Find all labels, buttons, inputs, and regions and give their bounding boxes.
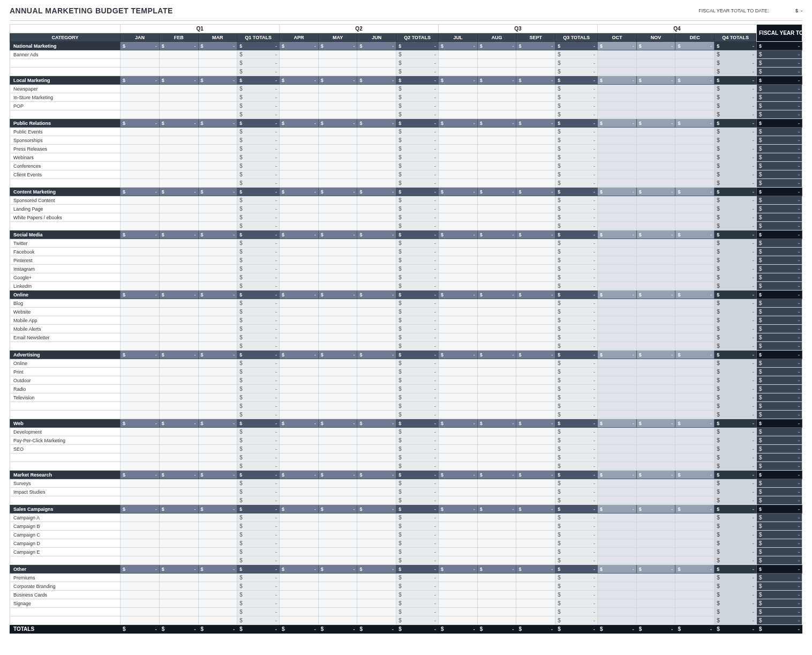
value-cell[interactable]: $-: [396, 170, 439, 179]
value-cell[interactable]: [318, 93, 357, 102]
value-cell[interactable]: [280, 436, 319, 445]
value-cell[interactable]: [477, 145, 516, 153]
value-cell[interactable]: $-: [715, 411, 757, 419]
value-cell[interactable]: [357, 479, 396, 488]
value-cell[interactable]: [598, 368, 637, 376]
value-cell[interactable]: [357, 102, 396, 110]
value-cell[interactable]: [318, 462, 357, 471]
value-cell[interactable]: [636, 522, 675, 531]
value-cell[interactable]: [636, 162, 675, 170]
value-cell[interactable]: [280, 445, 319, 453]
value-cell[interactable]: [598, 531, 637, 539]
value-cell[interactable]: [516, 59, 555, 68]
value-cell[interactable]: $-: [715, 471, 757, 479]
value-cell[interactable]: $-: [396, 539, 439, 548]
value-cell[interactable]: [516, 110, 555, 119]
value-cell[interactable]: $-: [757, 453, 802, 462]
value-cell[interactable]: [675, 308, 715, 316]
value-cell[interactable]: [357, 333, 396, 342]
value-cell[interactable]: [357, 402, 396, 411]
value-cell[interactable]: $-: [198, 419, 237, 428]
value-cell[interactable]: [598, 608, 637, 616]
value-cell[interactable]: [318, 256, 357, 265]
value-cell[interactable]: [121, 445, 160, 453]
value-cell[interactable]: $-: [555, 531, 598, 539]
value-cell[interactable]: [516, 102, 555, 110]
value-cell[interactable]: [675, 110, 715, 119]
value-cell[interactable]: $-: [715, 308, 757, 316]
value-cell[interactable]: [516, 196, 555, 205]
value-cell[interactable]: [159, 582, 198, 591]
value-cell[interactable]: [121, 170, 160, 179]
value-cell[interactable]: $-: [237, 556, 280, 565]
value-cell[interactable]: $-: [121, 351, 160, 359]
value-cell[interactable]: [280, 213, 319, 222]
value-cell[interactable]: $-: [757, 428, 802, 436]
value-cell[interactable]: [280, 110, 319, 119]
value-cell[interactable]: [598, 402, 637, 411]
value-cell[interactable]: [280, 548, 319, 556]
value-cell[interactable]: $-: [598, 119, 637, 128]
value-cell[interactable]: [636, 68, 675, 76]
value-cell[interactable]: [516, 513, 555, 522]
value-cell[interactable]: $-: [396, 548, 439, 556]
value-cell[interactable]: $-: [396, 522, 439, 531]
value-cell[interactable]: [318, 453, 357, 462]
value-cell[interactable]: [357, 68, 396, 76]
value-cell[interactable]: $-: [757, 50, 802, 59]
value-cell[interactable]: [121, 308, 160, 316]
value-cell[interactable]: $-: [555, 153, 598, 162]
value-cell[interactable]: [675, 179, 715, 188]
value-cell[interactable]: [198, 179, 237, 188]
value-cell[interactable]: $-: [715, 436, 757, 445]
value-cell[interactable]: [357, 316, 396, 325]
value-cell[interactable]: [198, 93, 237, 102]
value-cell[interactable]: $-: [516, 471, 555, 479]
value-cell[interactable]: $-: [598, 625, 637, 634]
value-cell[interactable]: $-: [237, 196, 280, 205]
value-cell[interactable]: [121, 488, 160, 496]
value-cell[interactable]: $-: [237, 351, 280, 359]
value-cell[interactable]: $-: [715, 419, 757, 428]
value-cell[interactable]: $-: [598, 188, 637, 196]
value-cell[interactable]: $-: [237, 359, 280, 368]
value-cell[interactable]: [477, 428, 516, 436]
value-cell[interactable]: [159, 282, 198, 291]
value-cell[interactable]: [198, 213, 237, 222]
value-cell[interactable]: [159, 256, 198, 265]
value-cell[interactable]: $-: [357, 119, 396, 128]
value-cell[interactable]: [675, 479, 715, 488]
value-cell[interactable]: [598, 436, 637, 445]
value-cell[interactable]: [516, 368, 555, 376]
value-cell[interactable]: $-: [675, 230, 715, 239]
value-cell[interactable]: [121, 102, 160, 110]
value-cell[interactable]: [280, 574, 319, 582]
value-cell[interactable]: [198, 488, 237, 496]
value-cell[interactable]: [598, 428, 637, 436]
value-cell[interactable]: $-: [598, 419, 637, 428]
value-cell[interactable]: [636, 239, 675, 248]
value-cell[interactable]: [636, 110, 675, 119]
value-cell[interactable]: $-: [237, 539, 280, 548]
value-cell[interactable]: $-: [555, 385, 598, 393]
value-cell[interactable]: $-: [715, 196, 757, 205]
value-cell[interactable]: $-: [555, 479, 598, 488]
value-cell[interactable]: [357, 436, 396, 445]
value-cell[interactable]: [357, 273, 396, 282]
value-cell[interactable]: $-: [715, 145, 757, 153]
value-cell[interactable]: $-: [757, 76, 802, 85]
value-cell[interactable]: [636, 59, 675, 68]
value-cell[interactable]: $-: [318, 119, 357, 128]
value-cell[interactable]: [198, 591, 237, 599]
value-cell[interactable]: [636, 265, 675, 273]
value-cell[interactable]: [675, 213, 715, 222]
value-cell[interactable]: [516, 479, 555, 488]
value-cell[interactable]: [318, 531, 357, 539]
value-cell[interactable]: [598, 170, 637, 179]
value-cell[interactable]: $-: [439, 419, 478, 428]
value-cell[interactable]: $-: [675, 76, 715, 85]
value-cell[interactable]: [516, 325, 555, 333]
value-cell[interactable]: [516, 608, 555, 616]
value-cell[interactable]: [439, 308, 478, 316]
value-cell[interactable]: [318, 308, 357, 316]
